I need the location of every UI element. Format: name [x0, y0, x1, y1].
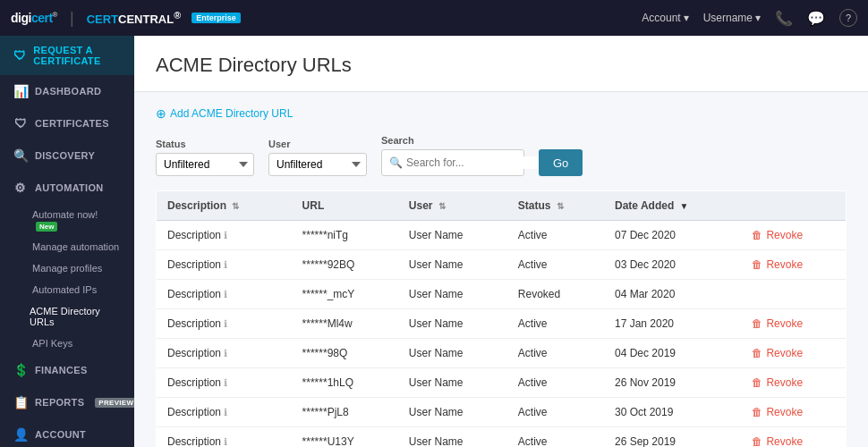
sidebar-sub-api-keys[interactable]: API Keys: [0, 333, 134, 354]
table-row: Description ℹ ******98Q User Name Active…: [157, 339, 847, 368]
description-info-icon-2[interactable]: ℹ: [224, 289, 227, 299]
account-label: Account: [642, 12, 680, 24]
cell-status-3: Active: [507, 309, 604, 339]
revoke-icon-3: 🗑: [752, 317, 762, 330]
cell-description-1: Description ℹ: [157, 250, 292, 280]
cell-date-7: 26 Sep 2019: [604, 427, 741, 448]
sidebar-sub-manage-automation[interactable]: Manage automation: [0, 236, 134, 257]
top-nav-right: Account ▾ Username ▾ 📞 💬 ?: [642, 9, 857, 27]
cell-action-0: 🗑Revoke: [741, 221, 846, 250]
status-filter-select[interactable]: Unfiltered: [156, 153, 254, 176]
cell-date-6: 30 Oct 2019: [604, 398, 741, 427]
search-icon: 🔍: [389, 156, 403, 169]
cell-description-4: Description ℹ: [157, 339, 292, 368]
revoke-button-7[interactable]: 🗑Revoke: [752, 435, 835, 447]
description-info-icon-7[interactable]: ℹ: [224, 436, 227, 447]
search-input[interactable]: [406, 156, 540, 169]
dashboard-icon: 📊: [13, 84, 28, 98]
col-user[interactable]: User ⇅: [398, 191, 507, 221]
status-filter-label: Status: [156, 139, 254, 149]
col-date-added[interactable]: Date Added ▼: [604, 191, 741, 221]
cell-status-2: Revoked: [507, 280, 604, 309]
sidebar-item-discovery-label: Discovery: [35, 150, 95, 161]
description-info-icon-0[interactable]: ℹ: [224, 230, 227, 240]
cell-action-5: 🗑Revoke: [741, 368, 846, 398]
col-description[interactable]: Description ⇅: [157, 191, 292, 221]
cell-description-2: Description ℹ: [157, 280, 292, 309]
revoke-button-5[interactable]: 🗑Revoke: [752, 376, 835, 389]
search-wrap: 🔍: [381, 149, 524, 176]
revoke-icon-6: 🗑: [752, 406, 762, 418]
logo-separator: |: [70, 9, 74, 28]
cell-description-3: Description ℹ: [157, 309, 292, 339]
account-chevron-icon: ▾: [684, 12, 689, 24]
sidebar-item-reports[interactable]: 📋 Reports Preview: [0, 386, 134, 418]
description-sort-icon: ⇅: [232, 201, 239, 211]
chat-icon[interactable]: 💬: [807, 10, 825, 27]
sidebar-item-certificates-label: Certificates: [35, 118, 109, 129]
user-filter-select[interactable]: Unfiltered: [268, 153, 367, 176]
sidebar-item-certificates[interactable]: 🛡 Certificates: [0, 107, 134, 139]
filters-bar: Status Unfiltered User Unfiltered Search…: [156, 135, 847, 176]
cell-date-4: 04 Dec 2019: [604, 339, 741, 368]
certcentral-logo: CERTCENTRAL®: [87, 10, 181, 26]
username-chevron-icon: ▾: [755, 12, 761, 24]
cell-url-3: ******Ml4w: [292, 309, 398, 339]
description-info-icon-1[interactable]: ℹ: [224, 259, 227, 270]
sidebar-item-reports-label: Reports: [35, 397, 84, 408]
description-info-icon-3[interactable]: ℹ: [224, 318, 227, 329]
username-nav-item[interactable]: Username ▾: [703, 12, 761, 24]
help-icon[interactable]: ?: [839, 9, 857, 27]
table-row: Description ℹ ******92BQ User Name Activ…: [157, 250, 847, 280]
table-row: Description ℹ ******Ml4w User Name Activ…: [157, 309, 847, 339]
cell-user-6: User Name: [398, 398, 507, 427]
sidebar-item-dashboard[interactable]: 📊 Dashboard: [0, 75, 134, 107]
sidebar-sub-automated-ips[interactable]: Automated IPs: [0, 279, 134, 300]
description-info-icon-6[interactable]: ℹ: [224, 407, 227, 417]
automated-ips-label: Automated IPs: [32, 284, 97, 295]
cell-user-2: User Name: [398, 280, 507, 309]
revoke-button-6[interactable]: 🗑Revoke: [752, 406, 835, 418]
cell-date-0: 07 Dec 2020: [604, 221, 741, 250]
sidebar-item-account[interactable]: 👤 Account: [0, 418, 134, 447]
sidebar-item-automation[interactable]: ⚙ Automation: [0, 172, 134, 204]
description-info-icon-5[interactable]: ℹ: [224, 377, 227, 388]
revoke-icon-1: 🗑: [752, 258, 762, 271]
sidebar-sub-manage-profiles[interactable]: Manage profiles: [0, 257, 134, 279]
revoke-button-3[interactable]: 🗑Revoke: [752, 317, 835, 330]
revoke-button-4[interactable]: 🗑Revoke: [752, 347, 835, 359]
automate-now-label: Automate now!: [32, 209, 98, 220]
discovery-icon: 🔍: [13, 148, 28, 163]
date-sort-icon: ▼: [680, 201, 689, 211]
sidebar-item-request-certificate[interactable]: 🛡 Request a Certificate: [0, 36, 134, 75]
status-filter-group: Status Unfiltered: [156, 139, 254, 176]
phone-icon[interactable]: 📞: [775, 10, 793, 27]
revoke-button-0[interactable]: 🗑Revoke: [752, 229, 835, 241]
cell-status-7: Active: [507, 427, 604, 448]
plus-icon: ⊕: [156, 106, 166, 121]
add-acme-directory-url-link[interactable]: ⊕ Add ACME Directory URL: [156, 106, 293, 121]
table-row: Description ℹ ******_mcY User Name Revok…: [157, 280, 847, 309]
cell-status-0: Active: [507, 221, 604, 250]
user-sort-icon: ⇅: [438, 201, 446, 211]
sidebar-item-finances[interactable]: 💲 Finances: [0, 354, 134, 386]
description-info-icon-4[interactable]: ℹ: [224, 348, 227, 358]
certificates-icon: 🛡: [13, 116, 28, 131]
cell-description-6: Description ℹ: [157, 398, 292, 427]
cell-status-6: Active: [507, 398, 604, 427]
revoke-icon-7: 🗑: [752, 435, 762, 447]
col-url-label: URL: [302, 199, 325, 212]
automation-icon: ⚙: [13, 181, 28, 195]
col-status[interactable]: Status ⇅: [507, 191, 604, 221]
revoke-button-1[interactable]: 🗑Revoke: [752, 258, 835, 271]
col-actions: [741, 191, 846, 221]
sidebar-sub-automate-now[interactable]: Automate now! New: [0, 204, 134, 236]
sidebar-sub-acme-directory-urls[interactable]: ACME Directory URLs: [0, 300, 134, 333]
table-header-row: Description ⇅ URL User ⇅ Status ⇅: [157, 191, 847, 221]
account-nav-item[interactable]: Account ▾: [642, 12, 688, 24]
enterprise-badge: Enterprise: [191, 13, 241, 23]
go-button[interactable]: Go: [539, 149, 583, 176]
manage-automation-label: Manage automation: [32, 241, 119, 252]
cell-url-6: ******PjL8: [292, 398, 398, 427]
sidebar-item-discovery[interactable]: 🔍 Discovery: [0, 139, 134, 172]
